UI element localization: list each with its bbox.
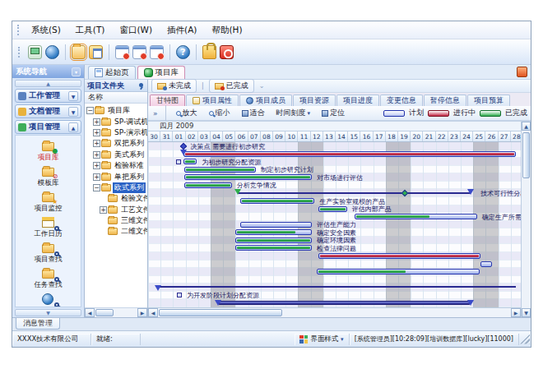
gantt-vscrollbar[interactable]: ▲ ▼ — [521, 122, 531, 317]
tree-node[interactable]: +SP-演示机系 — [85, 127, 147, 138]
locate-button[interactable]: 定位 — [318, 106, 349, 120]
nav-item-project-monitor[interactable]: ★项目监控 — [16, 191, 81, 214]
tree-node[interactable]: +SP-调试机系 — [85, 116, 147, 127]
exit-icon[interactable] — [220, 45, 234, 59]
gantt-bar[interactable] — [184, 174, 312, 180]
gantt-tab-project-resources[interactable]: 项目资源 — [293, 95, 336, 106]
gantt-bar[interactable] — [235, 229, 312, 235]
tree-expander-icon[interactable]: + — [100, 206, 107, 214]
tree-expander-icon[interactable]: + — [93, 140, 100, 147]
pin-icon[interactable] — [137, 82, 145, 90]
tree-expander-icon[interactable]: + — [93, 151, 100, 159]
gantt-bar[interactable] — [355, 214, 477, 219]
filter-finished-button[interactable]: 已完成 — [209, 79, 254, 93]
monitor-icon[interactable] — [28, 45, 42, 59]
tree-node[interactable]: −欧式系列 — [85, 182, 147, 193]
filter-more-icon[interactable]: ⌄ — [257, 82, 267, 90]
mini-task-icon[interactable] — [177, 293, 182, 297]
gantt-vscroll-thumb[interactable] — [522, 132, 530, 178]
nav-item-work-calendar[interactable]: 工作日历 — [16, 216, 81, 240]
tab-strip-menu-icon[interactable] — [517, 67, 527, 77]
gantt-bar[interactable] — [318, 206, 347, 212]
gantt-bar[interactable] — [235, 245, 312, 251]
gantt-tab-change-info[interactable]: 变更信息 — [380, 95, 423, 106]
scroll-left-icon[interactable]: ◀ — [85, 308, 95, 317]
ui-style-button[interactable]: 界面样式 ▾ — [295, 334, 349, 345]
tree-expander-icon[interactable]: + — [93, 129, 100, 136]
summary-bar[interactable] — [218, 301, 471, 305]
gantt-bar[interactable] — [318, 253, 481, 259]
tree-node[interactable]: +美式系列 — [85, 150, 147, 160]
tree-hscroll-thumb[interactable] — [95, 309, 114, 316]
resize-grip[interactable] — [520, 334, 530, 344]
gantt-bar[interactable] — [317, 269, 480, 274]
scroll-down-icon[interactable]: ▼ — [522, 308, 531, 317]
gantt-hscrollbar[interactable]: ◀ ▶ — [148, 307, 521, 317]
nav-item-project-search[interactable]: 项目查找 — [16, 242, 81, 265]
gantt-bar[interactable] — [183, 151, 516, 157]
gantt-tab-project-members[interactable]: 项目成员 — [239, 95, 292, 106]
tree-node[interactable]: 检验文件 — [85, 193, 147, 204]
gantt-tab-project-properties[interactable]: 项目属性 — [186, 95, 239, 106]
tree-node[interactable]: +双把系列 — [85, 138, 147, 149]
lock-icon[interactable] — [202, 45, 216, 59]
chevron-toggle-icon[interactable]: ▼ — [68, 91, 78, 101]
menu-tools[interactable]: 工具(T) — [68, 23, 113, 38]
nav-item-project-library[interactable]: ●项目库 — [16, 140, 81, 164]
zoom-out-button[interactable]: 缩小 — [205, 106, 234, 120]
gantt-bar[interactable] — [240, 198, 314, 204]
tree-node[interactable]: 三维文件 — [85, 215, 147, 226]
tree-node[interactable]: +检验标准 — [85, 160, 147, 171]
scroll-right-icon[interactable]: ▶ — [137, 308, 147, 317]
menu-help[interactable]: 帮助(H) — [204, 23, 249, 38]
tab-start-page[interactable]: 起始页 — [88, 66, 136, 79]
gantt-tab-pause-info[interactable]: 暂停信息 — [424, 95, 466, 106]
gantt-tab-project-progress[interactable]: 项目进度 — [336, 95, 379, 106]
tree-expander-icon[interactable]: + — [93, 118, 100, 126]
section-document-management[interactable]: 文档管理▼ — [15, 104, 81, 118]
sidebar-pin-icon[interactable]: ▾ — [72, 67, 81, 76]
gantt-tab-project-budget[interactable]: 项目预算 — [467, 95, 510, 106]
menu-plugins[interactable]: 插件(A) — [160, 23, 204, 38]
scroll-right-icon[interactable]: ▶ — [511, 308, 521, 317]
sidebar-scroll-up[interactable]: ▲ — [15, 80, 81, 87]
tree-column-header[interactable]: 名称 — [85, 92, 147, 104]
tab-project-library[interactable]: 项目库 — [137, 66, 186, 79]
gantt-bar[interactable] — [184, 167, 256, 173]
fit-button[interactable]: 适合 — [238, 106, 269, 120]
menu-system[interactable]: 系统(S) — [24, 23, 68, 38]
section-work-management[interactable]: 工作管理▼ — [15, 89, 81, 103]
gantt-bar[interactable] — [183, 159, 197, 164]
tree-expander-icon[interactable]: + — [93, 173, 100, 181]
tree-node[interactable]: −项目库 — [85, 105, 147, 116]
folder-window-icon[interactable] — [89, 45, 103, 59]
time-scale-button[interactable]: 时间刻度▾ — [272, 106, 315, 120]
gantt-bar[interactable] — [184, 182, 232, 188]
help-icon[interactable]: ? — [176, 45, 190, 59]
tree-expander-icon[interactable]: − — [93, 184, 100, 191]
message-management-tab[interactable]: 消息管理 — [16, 318, 60, 330]
gantt-tab-gantt-chart[interactable]: 甘特图 — [150, 95, 185, 106]
tree-expander-icon[interactable]: + — [93, 162, 100, 169]
tree-node[interactable]: +单把系列 — [85, 171, 147, 182]
scroll-left-icon[interactable]: ◀ — [148, 308, 158, 317]
globe-icon[interactable] — [45, 45, 59, 59]
window-new-icon[interactable] — [115, 45, 129, 59]
section-project-management[interactable]: 项目管理▲ — [15, 120, 81, 134]
toolbar-overflow-icon[interactable]: » — [151, 109, 160, 118]
window-close-icon[interactable] — [150, 45, 164, 59]
sidebar-scroll-down[interactable]: ▼ — [15, 309, 81, 316]
chevron-toggle-icon[interactable]: ▼ — [68, 107, 78, 117]
chevron-toggle-icon[interactable]: ▲ — [68, 122, 78, 132]
tree-node[interactable]: 二维文件 — [85, 226, 147, 237]
gantt-bar[interactable] — [235, 238, 312, 243]
menu-window[interactable]: 窗口(W) — [112, 23, 160, 38]
gantt-bar[interactable] — [480, 261, 492, 267]
nav-item-task-search[interactable]: 任务查找 — [16, 267, 81, 291]
window-open-icon[interactable] — [132, 45, 146, 59]
tree-expander-icon[interactable]: − — [86, 107, 94, 114]
gantt-hscroll-thumb[interactable] — [159, 309, 282, 316]
tree-hscrollbar[interactable]: ◀ ▶ — [85, 307, 147, 317]
filter-unfinished-button[interactable]: 未完成 — [151, 79, 197, 93]
nav-item-project-doc-search[interactable]: 项目文档查找 — [16, 293, 81, 307]
